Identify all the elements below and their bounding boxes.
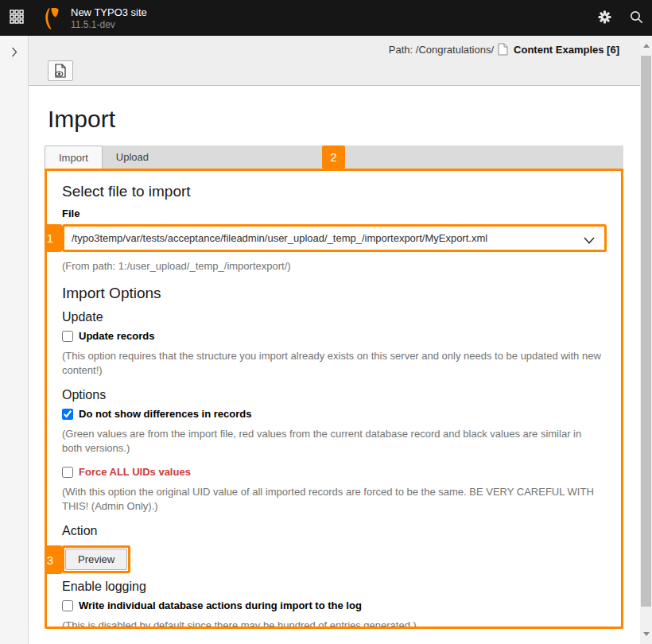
import-options-heading: Import Options: [62, 285, 603, 302]
tab-bar: Import Upload 2: [45, 145, 623, 169]
search-button[interactable]: [620, 0, 652, 36]
typo3-logo-icon: [40, 7, 60, 29]
view-page-icon: [54, 64, 67, 78]
view-webpage-button[interactable]: [48, 60, 73, 81]
chevron-down-icon: [584, 235, 595, 246]
write-log-checkbox[interactable]: [62, 600, 73, 611]
update-records-checkbox[interactable]: [62, 331, 73, 342]
force-uids-checkbox[interactable]: [62, 467, 73, 478]
hide-differences-note: (Green values are from the import file, …: [62, 427, 603, 456]
modules-menu-button[interactable]: [0, 0, 33, 36]
from-path-note: (From path: 1:/user_upload/_temp_/import…: [62, 259, 603, 274]
page-title: Import: [48, 106, 623, 133]
search-icon: [630, 10, 643, 26]
sidebar-expand-button[interactable]: [0, 36, 29, 644]
scrollbar-down-arrow[interactable]: [640, 628, 652, 639]
scrollbar-thumb[interactable]: [641, 56, 651, 607]
upload-tab-badge: 2: [322, 145, 345, 169]
file-label: File: [62, 208, 603, 219]
breadcrumb-path: Path: /Congratulations/: [389, 44, 494, 56]
enable-logging-heading: Enable logging: [62, 580, 603, 594]
site-title: New TYPO3 site: [71, 6, 147, 19]
update-heading: Update: [62, 310, 603, 324]
tab-upload[interactable]: Upload: [103, 145, 162, 169]
file-select[interactable]: /typo3temp/var/tests/acceptance/fileadmi…: [62, 224, 607, 252]
breadcrumb: Path: /Congratulations/ Content Examples…: [29, 36, 640, 58]
preview-button[interactable]: Preview: [65, 549, 127, 570]
file-select-value: /typo3temp/var/tests/acceptance/fileadmi…: [72, 232, 487, 244]
settings-button[interactable]: [588, 0, 620, 36]
write-log-note: (This is disabled by default since there…: [62, 619, 603, 629]
force-uids-label[interactable]: Force ALL UIDs values: [79, 466, 191, 478]
docheader: Path: /Congratulations/ Content Examples…: [29, 36, 640, 86]
import-panel: Select file to import File 1 /typo3temp/…: [45, 169, 623, 629]
force-uids-note: (With this option the original UID value…: [62, 485, 603, 514]
update-records-note: (This option requires that the structure…: [62, 349, 603, 378]
action-heading: Action: [62, 524, 603, 538]
topbar: New TYPO3 site 11.5.1-dev: [0, 0, 652, 36]
grid-icon: [10, 10, 24, 26]
file-select-badge: 1: [45, 224, 62, 252]
module-body: Import Import Upload 2 Select file to im…: [29, 86, 640, 644]
hide-differences-checkbox[interactable]: [62, 409, 73, 420]
write-log-label[interactable]: Write individual database actions during…: [79, 599, 362, 611]
gear-icon: [598, 10, 611, 26]
update-records-label[interactable]: Update records: [79, 330, 154, 342]
options-heading: Options: [62, 388, 603, 402]
brand[interactable]: New TYPO3 site 11.5.1-dev: [40, 6, 147, 30]
hide-differences-label[interactable]: Do not show differences in records: [79, 408, 251, 420]
record-title[interactable]: Content Examples [6]: [514, 44, 619, 56]
preview-button-badge: 3: [45, 545, 62, 574]
site-version: 11.5.1-dev: [71, 19, 147, 30]
scrollbar-up-arrow[interactable]: [640, 40, 652, 51]
chevron-right-icon: [11, 47, 17, 60]
vertical-scrollbar[interactable]: [640, 36, 652, 644]
page-icon: [498, 43, 508, 56]
tab-import[interactable]: Import: [45, 145, 103, 169]
select-file-heading: Select file to import: [62, 183, 603, 200]
